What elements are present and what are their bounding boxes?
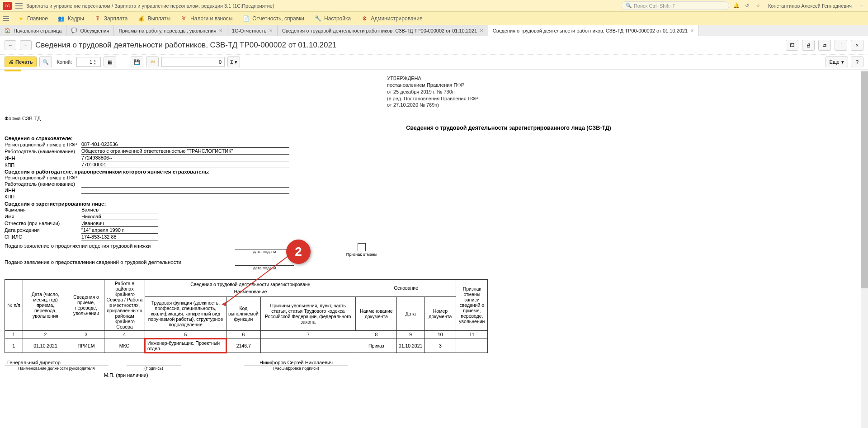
menu-zarplata[interactable]: 🗓Зарплата — [90, 13, 132, 24]
save-icon-button[interactable]: 🖫 — [786, 40, 798, 51]
doc-marker — [5, 70, 21, 71]
menu-nastroika[interactable]: 🔧Настройка — [310, 13, 355, 24]
tab-priemy[interactable]: Приемы на работу, переводы, увольнения× — [114, 25, 227, 36]
search-input[interactable]: 🔍 Поиск Ctrl+Shift+F — [621, 1, 729, 10]
search-icon: 🔍 — [626, 3, 632, 9]
chat-icon: 💬 — [71, 28, 77, 34]
calc-icon: 🗓 — [94, 15, 101, 22]
scrollbar[interactable] — [861, 71, 868, 428]
tab-discuss[interactable]: 💬Обсуждения — [66, 25, 114, 36]
printer-icon: 🖨 — [9, 59, 14, 65]
star-icon[interactable]: ☆ — [755, 2, 762, 9]
highlighted-cell: Инженер-бурильщик. Проектный отдел. — [145, 339, 226, 353]
grid-button[interactable]: ▦ — [104, 56, 116, 67]
close-page-icon[interactable]: × — [851, 40, 863, 51]
user-name[interactable]: Константинов Алексей Геннадиевич — [765, 3, 854, 9]
close-icon[interactable]: × — [269, 27, 273, 34]
menu-vyplaty[interactable]: 💰Выплаты — [133, 13, 175, 24]
bell-icon[interactable]: 🔔 — [733, 2, 740, 9]
menu-burger-icon[interactable] — [3, 16, 9, 21]
section-predecessor: Сведения о работодателе, правопреемником… — [5, 169, 863, 174]
help-button[interactable]: ? — [851, 56, 863, 67]
statement-2: Подано заявление о предоставлении сведен… — [5, 259, 231, 265]
close-icon[interactable]: × — [480, 27, 483, 34]
table-header-numbers: 1234567891011 — [5, 330, 488, 339]
open-window-icon[interactable]: ⧉ — [818, 40, 831, 51]
menu-otchet[interactable]: 📄Отчетность, справки — [238, 13, 309, 24]
kebab-icon[interactable]: ⋮ — [835, 40, 847, 51]
star-fill-icon: ★ — [17, 15, 24, 22]
tab-szvtd-1[interactable]: Сведения о трудовой деятельности работни… — [278, 25, 488, 36]
menu-kadry[interactable]: 👥Кадры — [53, 13, 89, 24]
preview-button[interactable]: 🔍 — [39, 56, 52, 67]
print-button[interactable]: 🖨Печать — [5, 56, 37, 67]
section-person: Сведения о зарегистрированном лице: — [5, 201, 863, 207]
activity-table: № п/п Дата (число, месяц, год) приема, п… — [5, 279, 488, 353]
tab-szvtd-2[interactable]: Сведения о трудовой деятельности работни… — [488, 25, 699, 36]
callout-badge: 2 — [286, 240, 311, 264]
table-row: 1 01.10.2021 ПРИЕМ МКС Инженер-бурильщик… — [5, 339, 488, 353]
mail-button[interactable]: ✉ — [146, 56, 159, 67]
cancel-checkbox[interactable] — [358, 243, 366, 251]
arrow-icon — [222, 302, 226, 306]
page-title: Сведения о трудовой деятельности работни… — [35, 41, 336, 50]
forward-button[interactable]: → — [20, 40, 32, 50]
report-icon: 📄 — [242, 15, 250, 22]
statement-1: Подано заявление о продолжении ведения т… — [5, 243, 231, 249]
director-name: Никифоров Сергей Николаевич — [244, 360, 348, 366]
approved-block: УТВЕРЖДЕНА постановлением Правления ПФР … — [387, 75, 863, 108]
mp-label: М.П. (при наличии) — [104, 372, 863, 378]
history-icon[interactable]: ↺ — [744, 2, 751, 9]
back-button[interactable]: ← — [5, 40, 16, 50]
save-disk-button[interactable]: 💾 — [131, 56, 143, 67]
doc-title: Сведения о трудовой деятельности зарегис… — [154, 125, 863, 131]
copies-label: Копий: — [57, 59, 72, 65]
more-button[interactable]: Еще ▾ — [826, 56, 848, 67]
sigma-button[interactable]: Σ ▾ — [227, 56, 240, 67]
num-field[interactable] — [161, 57, 225, 67]
burger-icon[interactable] — [15, 3, 23, 9]
tab-home[interactable]: 🏠Начальная страница — [0, 25, 66, 36]
close-icon[interactable]: × — [690, 27, 694, 34]
home-icon: 🏠 — [5, 28, 11, 34]
tab-1c-report[interactable]: 1С-Отчетность× — [227, 25, 278, 36]
wrench-icon: 🔧 — [314, 15, 321, 22]
window-title: Зарплата и управление персоналом / Зарпл… — [26, 3, 274, 9]
form-name: Форма СЗВ-ТД — [5, 116, 863, 121]
section-insurer: Сведения о страхователе: — [5, 136, 863, 141]
people-icon: 👥 — [58, 15, 65, 22]
menu-home[interactable]: ★Главное — [13, 13, 52, 24]
collapse-icon[interactable]: ≡ — [858, 2, 865, 9]
menu-nalogi[interactable]: %Налоги и взносы — [176, 13, 237, 24]
print-icon-button[interactable]: 🖨 — [802, 40, 815, 51]
app-logo: 1C — [3, 2, 12, 10]
copies-stepper[interactable]: ▲▼ — [76, 57, 101, 67]
percent-icon: % — [180, 15, 188, 22]
money-icon: 💰 — [137, 15, 145, 22]
close-icon[interactable]: × — [219, 27, 222, 34]
menu-admin[interactable]: ⚙Администрирование — [356, 13, 427, 24]
director-position: Генеральный директор — [5, 360, 108, 366]
gear-icon: ⚙ — [361, 15, 368, 22]
